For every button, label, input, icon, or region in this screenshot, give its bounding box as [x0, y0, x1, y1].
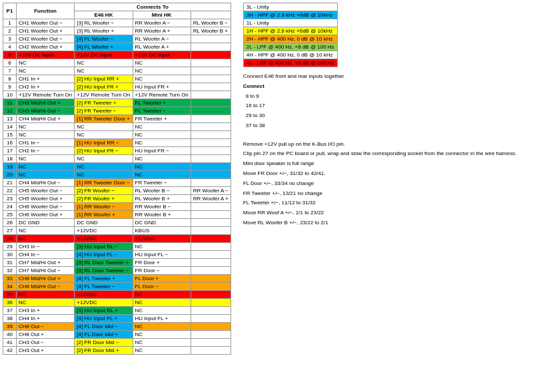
cell-mini: HU Input FR − — [133, 147, 191, 155]
cell-function: CH4 In + — [17, 315, 75, 323]
cell-function: CH2 Woofer Out + — [17, 43, 75, 51]
cell-p1: 8 — [3, 75, 17, 83]
note-item: Move RL Woofer B +/−, 23/22 to 2/1 — [243, 219, 530, 228]
cell-e46: +12VDC — [75, 291, 133, 299]
cell-e46: +12VDC — [75, 227, 133, 235]
cell-mini2 — [191, 267, 231, 275]
cell-e46: [2] FR Door Mid − — [75, 339, 133, 347]
cell-function: NC — [17, 123, 75, 131]
cell-e46: NC — [75, 123, 133, 131]
cell-mini2 — [191, 83, 231, 91]
cell-p1: 6 — [3, 59, 17, 67]
cell-function: CH4 Mid/Hi Out + — [17, 115, 75, 123]
info-section: 3L - Unity3H - HPF @ 2.9 kHz +6dB @ 10kH… — [237, 3, 530, 355]
cell-mini: FL Door − — [133, 283, 191, 291]
cell-p1: 11 — [3, 99, 17, 107]
note-item: FL Tweeter +/−, 11/12 to 31/32 — [243, 199, 530, 208]
connect-item: 37 to 38 — [246, 122, 530, 130]
col-function: Function — [17, 3, 75, 19]
cell-e46: [3] RL Woofer + — [75, 27, 133, 35]
col-connects-to: Connects To — [75, 3, 231, 11]
cell-mini2 — [191, 107, 231, 115]
cell-mini2 — [191, 307, 231, 315]
cell-e46: +12V DC Input — [75, 51, 133, 59]
cell-mini2 — [191, 59, 231, 67]
cell-mini: KBUS — [133, 227, 191, 235]
cell-p1: 14 — [3, 123, 17, 131]
legend-item: 3H - HPF @ 2.9 kHz +6dB @ 10kHz — [243, 11, 337, 19]
cell-function: NC — [17, 299, 75, 307]
cell-function: CH4 Mid/Hi Out − — [17, 179, 75, 187]
cell-mini: +12V DC Input — [133, 51, 191, 59]
cell-function: NC — [17, 235, 75, 243]
note-item: FL Door +/−, 33/34 no change — [243, 180, 530, 188]
cell-p1: 26 — [3, 219, 17, 227]
cell-mini2 — [191, 91, 231, 99]
cell-mini: FR Tweeter − — [133, 179, 191, 187]
cell-function: CH2 Woofer Out − — [17, 35, 75, 43]
cell-function: NC — [17, 59, 75, 67]
cell-mini: RL Woofer A + — [133, 43, 191, 51]
info-text: Connect E46 front and rear inputs togeth… — [243, 73, 530, 228]
cell-mini: NC — [133, 131, 191, 139]
cell-mini2 — [191, 347, 231, 355]
cell-mini: FL Tweeter − — [133, 107, 191, 115]
notes-list: Remove +12V pull up on the K-Bus I/O pin… — [243, 140, 530, 228]
cell-mini2 — [191, 163, 231, 171]
cell-function: CH1 Woofer Out + — [17, 27, 75, 35]
cell-mini2 — [191, 171, 231, 179]
cell-mini2 — [191, 283, 231, 291]
cell-p1: 4 — [3, 43, 17, 51]
table-section: P1 Function Connects To E46 HK Mini HK 1… — [3, 3, 231, 355]
cell-e46: [3] RL Door Tweeter + — [75, 259, 133, 267]
cell-p1: 28 — [3, 235, 17, 243]
cell-mini: NC — [133, 163, 191, 171]
cell-mini2 — [191, 219, 231, 227]
cell-function: CH8 Mid/Hi Out + — [17, 275, 75, 283]
col-mini: Mini HK — [133, 11, 191, 19]
cell-mini: +12V Remote Turn On — [133, 91, 191, 99]
cell-mini: FR Door + — [133, 259, 191, 267]
cell-mini2 — [191, 43, 231, 51]
cell-e46: [1] RR Woofer + — [75, 211, 133, 219]
cell-mini: NC — [133, 347, 191, 355]
cell-p1: 3 — [3, 35, 17, 43]
cell-mini: RL Woofer B + — [133, 195, 191, 203]
cell-mini2 — [191, 275, 231, 283]
col-mini2 — [191, 11, 231, 19]
cell-function: CH3 Mid/Hi Out + — [17, 99, 75, 107]
cell-function: CH2 In − — [17, 147, 75, 155]
cell-function: CH3 In + — [17, 307, 75, 315]
cell-p1: 1 — [3, 19, 17, 27]
cell-p1: 30 — [3, 251, 17, 259]
cell-p1: 9 — [3, 83, 17, 91]
cell-e46: NC — [75, 59, 133, 67]
cell-mini2: RL Woofer B − — [191, 19, 231, 27]
cell-mini2: RR Woofer A − — [191, 187, 231, 195]
cell-e46: NC — [75, 155, 133, 163]
cell-function: NC — [17, 227, 75, 235]
note-item: Move RR Woof A +/−, 2/1 to 23/22 — [243, 209, 530, 218]
cell-e46: [2] HU Input FR + — [75, 83, 133, 91]
connect-item: 8 to 9 — [246, 93, 530, 101]
legend-table: 3L - Unity3H - HPF @ 2.9 kHz +6dB @ 10kH… — [243, 3, 338, 67]
note-item: Clip pin 27 on the PC board or pull, wra… — [243, 150, 530, 158]
cell-p1: 12 — [3, 107, 17, 115]
cell-mini2 — [191, 259, 231, 267]
cell-mini2: RL Woofer B + — [191, 27, 231, 35]
cell-e46: [3] RL Door Tweeter − — [75, 267, 133, 275]
cell-function: CH2 In + — [17, 83, 75, 91]
cell-mini: FL Tweeter + — [133, 99, 191, 107]
cell-p1: 34 — [3, 283, 17, 291]
cell-e46: [1] RR Tweeter Door − — [75, 179, 133, 187]
cell-function: +12V Remote Turn On — [17, 91, 75, 99]
cell-p1: 15 — [3, 131, 17, 139]
cell-e46: [2] FR Door Mid + — [75, 347, 133, 355]
cell-p1: 31 — [3, 259, 17, 267]
cell-p1: 5 — [3, 51, 17, 59]
cell-e46: [4] FL Woofer + — [75, 43, 133, 51]
main-table: P1 Function Connects To E46 HK Mini HK 1… — [3, 3, 231, 355]
cell-mini2 — [191, 299, 231, 307]
cell-e46: +12VDC — [75, 235, 133, 243]
cell-function: CH4 In − — [17, 251, 75, 259]
